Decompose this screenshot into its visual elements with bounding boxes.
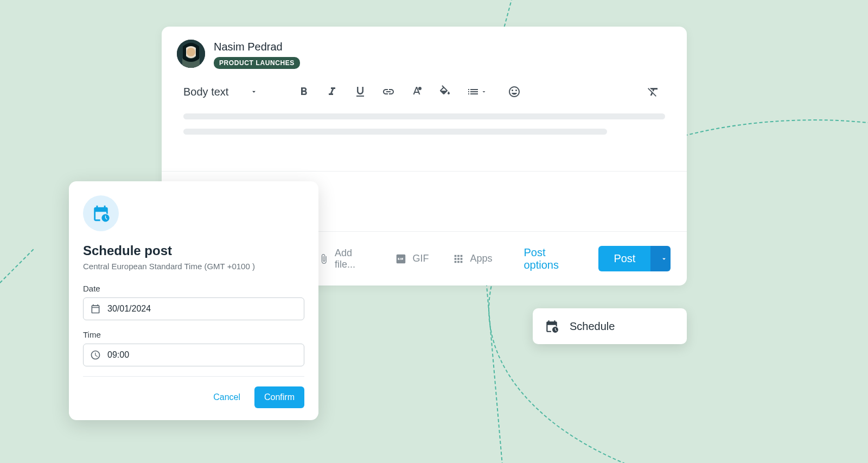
bold-icon[interactable] [297, 85, 310, 98]
gif-button[interactable]: GIF [395, 253, 429, 265]
placeholder-line [183, 129, 607, 135]
editor-toolbar: Body text [162, 74, 687, 108]
list-icon [467, 85, 480, 98]
caret-down-icon [660, 255, 668, 263]
composer-header: Nasim Pedrad PRODUCT LAUNCHES [162, 27, 687, 74]
add-file-label: Add file... [335, 248, 371, 270]
schedule-post-modal: Schedule post Central European Standard … [69, 181, 318, 420]
caret-down-icon [481, 88, 487, 95]
time-label: Time [83, 330, 304, 339]
apps-grid-icon [452, 253, 464, 265]
fill-color-icon[interactable] [438, 85, 451, 98]
date-input[interactable]: 30/01/2024 [83, 297, 304, 320]
svg-point-4 [418, 87, 422, 90]
calendar-icon [90, 303, 101, 314]
add-file-button[interactable]: Add file... [318, 248, 371, 270]
italic-icon[interactable] [326, 85, 339, 98]
date-value: 30/01/2024 [107, 304, 151, 314]
time-input[interactable]: 09:00 [83, 344, 304, 366]
clock-icon [90, 350, 101, 360]
svg-point-2 [187, 48, 195, 56]
post-dropdown-toggle[interactable] [650, 246, 671, 271]
user-name: Nasim Pedrad [214, 41, 300, 53]
modal-title: Schedule post [83, 243, 304, 258]
apps-button[interactable]: Apps [452, 253, 492, 265]
post-button-group: Post [598, 246, 671, 271]
calendar-clock-icon [545, 319, 559, 333]
gif-label: GIF [412, 253, 429, 264]
paperclip-icon [318, 253, 329, 265]
list-style-select[interactable] [467, 85, 487, 98]
clear-formatting-icon[interactable] [647, 85, 660, 98]
date-label: Date [83, 284, 304, 293]
confirm-button[interactable]: Confirm [254, 386, 304, 408]
underline-icon[interactable] [354, 85, 367, 98]
text-color-icon[interactable] [410, 85, 423, 98]
text-style-select[interactable]: Body text [183, 86, 258, 98]
editor-content[interactable] [162, 108, 687, 171]
gif-icon [395, 253, 407, 265]
divider [83, 376, 304, 377]
decorative-line [0, 249, 34, 327]
schedule-label: Schedule [570, 320, 615, 333]
apps-label: Apps [470, 253, 492, 264]
schedule-menu-item[interactable]: Schedule [533, 308, 687, 344]
time-value: 09:00 [107, 350, 129, 360]
link-icon[interactable] [382, 85, 395, 98]
modal-subtitle: Central European Standard Time (GMT +010… [83, 262, 304, 271]
modal-icon [83, 195, 119, 231]
placeholder-line [183, 113, 665, 119]
post-button[interactable]: Post [598, 246, 650, 271]
avatar[interactable] [177, 40, 205, 68]
caret-down-icon [250, 88, 258, 96]
category-tag[interactable]: PRODUCT LAUNCHES [214, 57, 300, 69]
post-options-link[interactable]: Post options [524, 246, 578, 271]
calendar-clock-icon [92, 204, 110, 223]
text-style-label: Body text [183, 86, 228, 98]
modal-actions: Cancel Confirm [83, 386, 304, 408]
cancel-button[interactable]: Cancel [210, 387, 244, 408]
emoji-icon[interactable] [508, 85, 521, 98]
